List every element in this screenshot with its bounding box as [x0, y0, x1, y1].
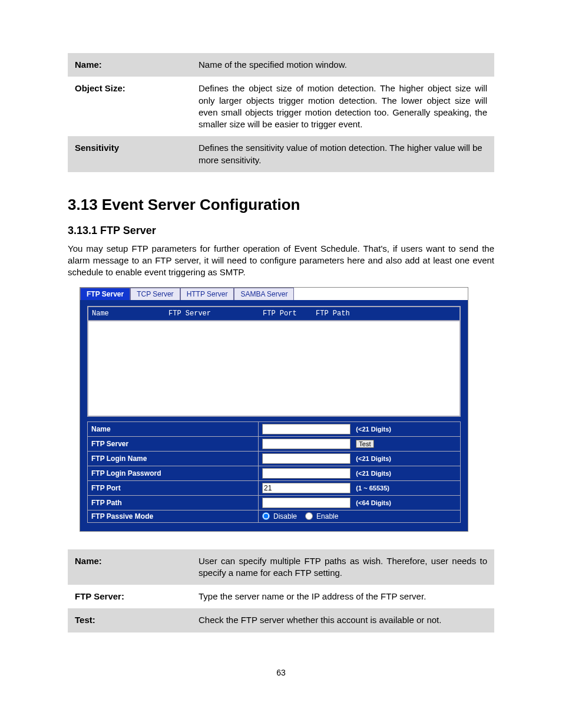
name-input[interactable]: [262, 424, 351, 434]
radio-label-disable: Disable: [273, 512, 297, 521]
ftp-login-name-input[interactable]: [262, 453, 351, 464]
form-row-ftp-port: FTP Port (1 ~ 65535): [88, 480, 461, 495]
list-body-empty[interactable]: [88, 321, 459, 416]
passive-disable-radio[interactable]: [262, 512, 270, 520]
col-ftp-server: FTP Server: [165, 307, 259, 320]
form-row-passive-mode: FTP Passive Mode Disable Enable: [88, 510, 461, 522]
ftp-form-table: Name (<21 Digits) FTP Server Test FTP Lo…: [87, 421, 461, 523]
hint-text: (<21 Digits): [356, 455, 391, 462]
form-label: FTP Port: [88, 480, 259, 495]
ftp-server-input[interactable]: [262, 439, 351, 449]
tab-samba-server[interactable]: SAMBA Server: [234, 288, 294, 300]
form-row-name: Name (<21 Digits): [88, 421, 461, 436]
tab-tcp-server[interactable]: TCP Server: [130, 288, 180, 300]
param-label: Test:: [68, 608, 191, 632]
hint-text: (<21 Digits): [356, 426, 391, 433]
section-paragraph: You may setup FTP parameters for further…: [68, 243, 494, 279]
tab-ftp-server[interactable]: FTP Server: [80, 288, 130, 300]
form-label: FTP Path: [88, 495, 259, 510]
ftp-login-password-input[interactable]: [262, 468, 351, 479]
param-desc: Name of the specified motion window.: [191, 53, 494, 77]
form-row-login-name: FTP Login Name (<21 Digits): [88, 451, 461, 466]
param-desc: Defines the sensitivity value of motion …: [191, 136, 494, 172]
param-label: Sensitivity: [68, 136, 191, 172]
page-number: 63: [68, 668, 494, 677]
hint-text: (<21 Digits): [356, 470, 391, 477]
ftp-port-input[interactable]: [262, 483, 351, 493]
motion-params-table: Name: Name of the specified motion windo…: [68, 53, 494, 172]
param-desc: Type the server name or the IP address o…: [191, 585, 494, 608]
param-desc: User can specify multiple FTP paths as w…: [191, 549, 494, 585]
form-label: FTP Login Name: [88, 451, 259, 466]
table-row: Test: Check the FTP server whether this …: [68, 608, 494, 632]
tab-http-server[interactable]: HTTP Server: [180, 288, 234, 300]
table-row: FTP Server: Type the server name or the …: [68, 585, 494, 608]
param-label: FTP Server:: [68, 585, 191, 608]
passive-mode-radios: Disable Enable: [262, 512, 457, 521]
ftp-config-panel: FTP Server TCP Server HTTP Server SAMBA …: [80, 287, 468, 532]
ftp-params-table: Name: User can specify multiple FTP path…: [68, 549, 494, 633]
radio-label-enable: Enable: [316, 512, 338, 521]
list-header: Name FTP Server FTP Port FTP Path: [88, 307, 459, 321]
server-tabs: FTP Server TCP Server HTTP Server SAMBA …: [80, 288, 468, 300]
param-desc: Check the FTP server whether this accoun…: [191, 608, 494, 632]
param-label: Name:: [68, 549, 191, 585]
test-button[interactable]: Test: [356, 440, 373, 448]
form-row-ftp-server: FTP Server Test: [88, 436, 461, 451]
table-row: Sensitivity Defines the sensitivity valu…: [68, 136, 494, 172]
form-label: FTP Server: [88, 436, 259, 451]
col-name: Name: [88, 307, 165, 320]
form-row-ftp-path: FTP Path (<64 Digits): [88, 495, 461, 510]
param-label: Object Size:: [68, 77, 191, 136]
table-row: Name: Name of the specified motion windo…: [68, 53, 494, 77]
table-row: Object Size: Defines the object size of …: [68, 77, 494, 136]
col-ftp-port: FTP Port: [259, 307, 312, 320]
section-heading: 3.13 Event Server Configuration: [68, 196, 494, 214]
form-label: Name: [88, 421, 259, 436]
hint-text: (1 ~ 65535): [356, 485, 389, 492]
col-ftp-path: FTP Path: [312, 307, 459, 320]
subsection-heading: 3.13.1 FTP Server: [68, 225, 494, 237]
form-row-login-password: FTP Login Password (<21 Digits): [88, 466, 461, 480]
param-label: Name:: [68, 53, 191, 77]
param-desc: Defines the object size of motion detect…: [191, 77, 494, 136]
table-row: Name: User can specify multiple FTP path…: [68, 549, 494, 585]
form-label: FTP Login Password: [88, 466, 259, 480]
ftp-path-input[interactable]: [262, 498, 351, 508]
passive-enable-radio[interactable]: [305, 512, 313, 520]
hint-text: (<64 Digits): [356, 499, 391, 506]
form-label: FTP Passive Mode: [88, 510, 259, 522]
panel-body: Name FTP Server FTP Port FTP Path Name (…: [80, 300, 468, 531]
ftp-list-table: Name FTP Server FTP Port FTP Path: [87, 306, 461, 417]
